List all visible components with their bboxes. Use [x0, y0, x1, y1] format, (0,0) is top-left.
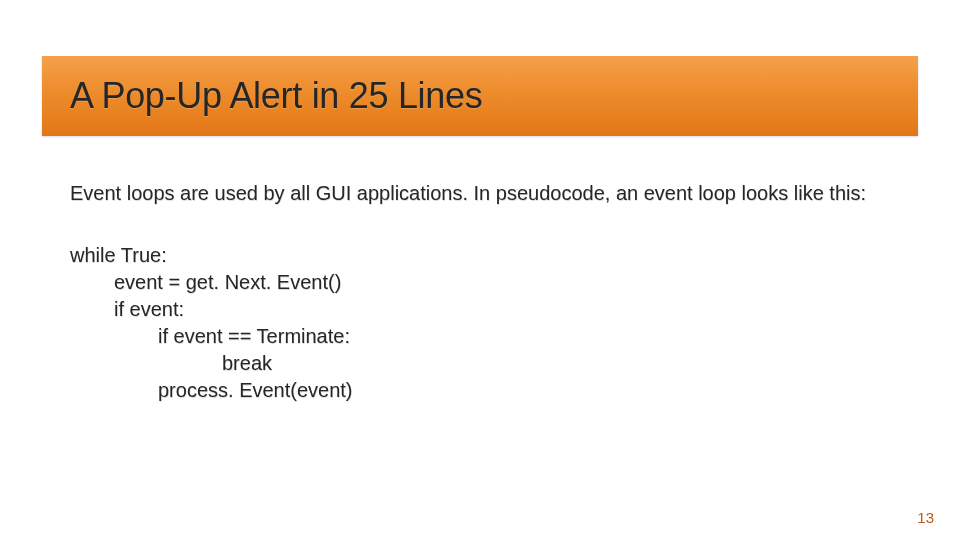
title-bar: A Pop-Up Alert in 25 Lines [42, 56, 918, 136]
page-number: 13 [917, 509, 934, 526]
code-line-4: if event == Terminate: [158, 323, 890, 350]
code-line-6: process. Event(event) [158, 377, 890, 404]
code-block: while True: event = get. Next. Event() i… [70, 242, 890, 404]
code-line-3: if event: [114, 296, 890, 323]
code-line-5: break [222, 350, 890, 377]
intro-text: Event loops are used by all GUI applicat… [70, 180, 890, 206]
code-line-1: while True: [70, 242, 890, 269]
slide-body: Event loops are used by all GUI applicat… [70, 180, 890, 404]
slide: A Pop-Up Alert in 25 Lines Event loops a… [0, 0, 960, 540]
slide-title: A Pop-Up Alert in 25 Lines [70, 75, 482, 117]
code-line-2: event = get. Next. Event() [114, 269, 890, 296]
